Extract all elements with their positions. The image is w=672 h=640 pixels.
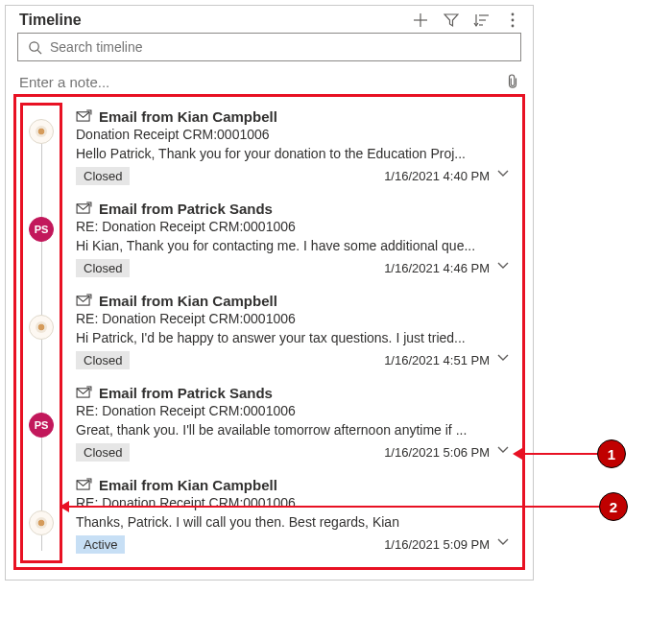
svg-line-11 <box>37 50 41 54</box>
search-wrap <box>6 33 533 67</box>
item-subject: RE: Donation Receipt CRM:0001006 <box>76 403 511 418</box>
timeline-header: Timeline <box>6 6 533 33</box>
status-badge: Closed <box>76 443 130 462</box>
note-row <box>6 67 533 94</box>
rail-line <box>41 138 42 551</box>
note-input[interactable] <box>19 74 506 90</box>
annotation-rail-box: PS PS <box>20 103 62 563</box>
chevron-down-icon[interactable] <box>497 262 511 275</box>
sort-icon[interactable] <box>473 12 491 29</box>
status-badge: Closed <box>76 167 130 185</box>
status-badge: Closed <box>76 351 130 369</box>
chevron-down-icon[interactable] <box>497 538 511 552</box>
timeline-item[interactable]: Email from Kian Campbell Donation Receip… <box>62 103 518 195</box>
status-badge: Active <box>76 535 125 554</box>
item-timestamp: 1/16/2021 5:09 PM <box>384 537 490 552</box>
search-icon <box>28 40 42 55</box>
svg-point-7 <box>512 13 515 16</box>
email-icon <box>76 109 91 125</box>
email-icon <box>76 201 91 217</box>
avatar <box>29 510 54 535</box>
chevron-down-icon[interactable] <box>497 170 511 183</box>
item-subject: RE: Donation Receipt CRM:0001006 <box>76 311 511 326</box>
item-subject: Donation Receipt CRM:0001006 <box>76 127 511 142</box>
email-icon <box>76 478 91 493</box>
avatar <box>29 315 54 340</box>
svg-point-10 <box>30 41 38 50</box>
timeline-item[interactable]: Email from Patrick Sands RE: Donation Re… <box>62 195 518 287</box>
svg-point-9 <box>512 25 515 28</box>
item-preview: Hello Patrick, Thank you for your donati… <box>76 146 511 161</box>
item-timestamp: 1/16/2021 4:46 PM <box>384 261 490 275</box>
timeline-item[interactable]: Email from Patrick Sands RE: Donation Re… <box>62 379 518 471</box>
more-icon[interactable] <box>504 12 521 29</box>
status-badge: Closed <box>76 259 130 277</box>
search-input[interactable] <box>50 39 511 55</box>
timeline-item[interactable]: Email from Kian Campbell RE: Donation Re… <box>62 287 518 379</box>
svg-point-8 <box>512 19 515 22</box>
item-title: Email from Patrick Sands <box>99 385 273 401</box>
panel-title: Timeline <box>19 12 82 29</box>
annotation-badge: 2 <box>599 492 628 521</box>
item-subject: RE: Donation Receipt CRM:0001006 <box>76 219 511 234</box>
item-timestamp: 1/16/2021 4:40 PM <box>384 169 490 183</box>
avatar: PS <box>29 413 54 438</box>
item-preview: Hi Patrick, I'd be happy to answer your … <box>76 330 511 345</box>
chevron-down-icon[interactable] <box>497 354 511 367</box>
annotation-badge: 1 <box>597 439 626 468</box>
annotation-callout-1: 1 <box>513 439 626 468</box>
search-box[interactable] <box>17 33 521 61</box>
email-icon <box>76 294 91 309</box>
avatar <box>29 119 54 144</box>
item-title: Email from Patrick Sands <box>99 201 273 217</box>
svg-marker-2 <box>444 14 458 26</box>
annotation-callout-2: 2 <box>60 492 628 521</box>
attachment-icon[interactable] <box>506 73 519 90</box>
item-timestamp: 1/16/2021 5:06 PM <box>384 445 490 460</box>
item-preview: Hi Kian, Thank you for contacting me. I … <box>76 238 511 253</box>
header-actions <box>412 12 521 29</box>
item-title: Email from Kian Campbell <box>99 293 277 309</box>
add-icon[interactable] <box>412 12 429 29</box>
email-icon <box>76 386 91 401</box>
item-title: Email from Kian Campbell <box>99 108 277 125</box>
filter-icon[interactable] <box>443 12 460 29</box>
item-title: Email from Kian Campbell <box>99 477 277 493</box>
avatar: PS <box>29 217 54 242</box>
chevron-down-icon[interactable] <box>497 446 511 460</box>
item-timestamp: 1/16/2021 4:51 PM <box>384 353 490 367</box>
item-preview: Great, thank you. I'll be available tomo… <box>76 422 511 438</box>
